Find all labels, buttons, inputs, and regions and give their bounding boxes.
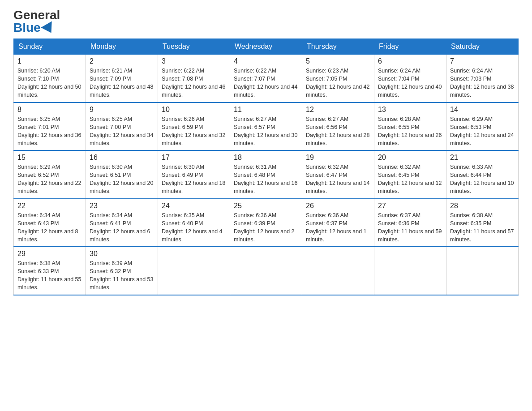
weekday-header-thursday: Thursday xyxy=(302,39,374,55)
day-number: 8 xyxy=(17,106,82,114)
calendar-cell xyxy=(374,247,446,295)
day-number: 5 xyxy=(306,57,370,65)
day-number: 16 xyxy=(90,154,154,162)
page-header: General Blue xyxy=(13,9,519,34)
calendar-cell xyxy=(158,247,230,295)
calendar-week-3: 15 Sunrise: 6:29 AMSunset: 6:52 PMDaylig… xyxy=(14,150,519,199)
day-info: Sunrise: 6:24 AMSunset: 7:03 PMDaylight:… xyxy=(450,67,515,99)
day-number: 17 xyxy=(162,154,226,162)
day-info: Sunrise: 6:32 AMSunset: 6:47 PMDaylight:… xyxy=(306,163,370,196)
day-number: 23 xyxy=(90,202,154,210)
day-info: Sunrise: 6:27 AMSunset: 6:56 PMDaylight:… xyxy=(306,115,370,148)
calendar-cell: 12 Sunrise: 6:27 AMSunset: 6:56 PMDaylig… xyxy=(302,103,374,151)
day-number: 14 xyxy=(450,106,515,114)
day-info: Sunrise: 6:38 AMSunset: 6:35 PMDaylight:… xyxy=(450,211,515,244)
calendar-cell: 26 Sunrise: 6:36 AMSunset: 6:37 PMDaylig… xyxy=(302,199,374,247)
calendar-cell: 3 Sunrise: 6:22 AMSunset: 7:08 PMDayligh… xyxy=(158,55,230,103)
calendar-week-1: 1 Sunrise: 6:20 AMSunset: 7:10 PMDayligh… xyxy=(14,55,519,103)
calendar-cell: 23 Sunrise: 6:34 AMSunset: 6:41 PMDaylig… xyxy=(86,199,158,247)
day-info: Sunrise: 6:36 AMSunset: 6:39 PMDaylight:… xyxy=(234,211,298,244)
day-number: 12 xyxy=(306,106,370,114)
day-info: Sunrise: 6:27 AMSunset: 6:57 PMDaylight:… xyxy=(234,115,298,148)
day-number: 29 xyxy=(17,250,82,258)
calendar-cell: 8 Sunrise: 6:25 AMSunset: 7:01 PMDayligh… xyxy=(14,103,86,151)
weekday-header-monday: Monday xyxy=(86,39,158,55)
day-number: 13 xyxy=(378,106,442,114)
day-number: 10 xyxy=(162,106,226,114)
day-info: Sunrise: 6:37 AMSunset: 6:36 PMDaylight:… xyxy=(378,211,442,244)
calendar-cell: 13 Sunrise: 6:28 AMSunset: 6:55 PMDaylig… xyxy=(374,103,446,151)
day-number: 11 xyxy=(234,106,298,114)
calendar-week-5: 29 Sunrise: 6:38 AMSunset: 6:33 PMDaylig… xyxy=(14,247,519,295)
day-number: 20 xyxy=(378,154,442,162)
calendar-week-4: 22 Sunrise: 6:34 AMSunset: 6:43 PMDaylig… xyxy=(14,199,519,247)
day-info: Sunrise: 6:22 AMSunset: 7:07 PMDaylight:… xyxy=(234,67,298,99)
calendar-cell: 4 Sunrise: 6:22 AMSunset: 7:07 PMDayligh… xyxy=(230,55,302,103)
calendar-cell: 16 Sunrise: 6:30 AMSunset: 6:51 PMDaylig… xyxy=(86,150,158,199)
calendar-cell: 24 Sunrise: 6:35 AMSunset: 6:40 PMDaylig… xyxy=(158,199,230,247)
calendar-cell: 25 Sunrise: 6:36 AMSunset: 6:39 PMDaylig… xyxy=(230,199,302,247)
calendar-cell: 11 Sunrise: 6:27 AMSunset: 6:57 PMDaylig… xyxy=(230,103,302,151)
weekday-header-tuesday: Tuesday xyxy=(158,39,230,55)
day-number: 21 xyxy=(450,154,515,162)
day-info: Sunrise: 6:24 AMSunset: 7:04 PMDaylight:… xyxy=(378,67,442,99)
day-info: Sunrise: 6:25 AMSunset: 7:00 PMDaylight:… xyxy=(90,115,154,148)
weekday-header-friday: Friday xyxy=(374,39,446,55)
calendar-week-2: 8 Sunrise: 6:25 AMSunset: 7:01 PMDayligh… xyxy=(14,103,519,151)
day-info: Sunrise: 6:25 AMSunset: 7:01 PMDaylight:… xyxy=(17,115,82,148)
day-info: Sunrise: 6:34 AMSunset: 6:43 PMDaylight:… xyxy=(17,211,82,244)
day-number: 22 xyxy=(17,202,82,210)
day-info: Sunrise: 6:29 AMSunset: 6:53 PMDaylight:… xyxy=(450,115,515,148)
calendar-cell: 19 Sunrise: 6:32 AMSunset: 6:47 PMDaylig… xyxy=(302,150,374,199)
day-info: Sunrise: 6:29 AMSunset: 6:52 PMDaylight:… xyxy=(17,163,82,196)
day-info: Sunrise: 6:31 AMSunset: 6:48 PMDaylight:… xyxy=(234,163,298,196)
calendar-table: SundayMondayTuesdayWednesdayThursdayFrid… xyxy=(13,39,519,295)
weekday-header-row: SundayMondayTuesdayWednesdayThursdayFrid… xyxy=(14,39,519,55)
day-info: Sunrise: 6:36 AMSunset: 6:37 PMDaylight:… xyxy=(306,211,370,244)
day-info: Sunrise: 6:35 AMSunset: 6:40 PMDaylight:… xyxy=(162,211,226,244)
day-info: Sunrise: 6:26 AMSunset: 6:59 PMDaylight:… xyxy=(162,115,226,148)
calendar-cell: 14 Sunrise: 6:29 AMSunset: 6:53 PMDaylig… xyxy=(446,103,519,151)
calendar-cell: 2 Sunrise: 6:21 AMSunset: 7:09 PMDayligh… xyxy=(86,55,158,103)
day-info: Sunrise: 6:39 AMSunset: 6:32 PMDaylight:… xyxy=(90,259,154,292)
day-info: Sunrise: 6:30 AMSunset: 6:49 PMDaylight:… xyxy=(162,163,226,196)
calendar-cell xyxy=(230,247,302,295)
day-info: Sunrise: 6:20 AMSunset: 7:10 PMDaylight:… xyxy=(17,67,82,99)
calendar-cell: 10 Sunrise: 6:26 AMSunset: 6:59 PMDaylig… xyxy=(158,103,230,151)
day-number: 4 xyxy=(234,57,298,65)
day-info: Sunrise: 6:34 AMSunset: 6:41 PMDaylight:… xyxy=(90,211,154,244)
day-info: Sunrise: 6:21 AMSunset: 7:09 PMDaylight:… xyxy=(90,67,154,99)
calendar-cell: 18 Sunrise: 6:31 AMSunset: 6:48 PMDaylig… xyxy=(230,150,302,199)
day-number: 19 xyxy=(306,154,370,162)
day-info: Sunrise: 6:32 AMSunset: 6:45 PMDaylight:… xyxy=(378,163,442,196)
calendar-cell: 6 Sunrise: 6:24 AMSunset: 7:04 PMDayligh… xyxy=(374,55,446,103)
weekday-header-sunday: Sunday xyxy=(14,39,86,55)
day-number: 9 xyxy=(90,106,154,114)
day-number: 2 xyxy=(90,57,154,65)
day-info: Sunrise: 6:28 AMSunset: 6:55 PMDaylight:… xyxy=(378,115,442,148)
calendar-cell: 7 Sunrise: 6:24 AMSunset: 7:03 PMDayligh… xyxy=(446,55,519,103)
day-number: 26 xyxy=(306,202,370,210)
calendar-cell: 29 Sunrise: 6:38 AMSunset: 6:33 PMDaylig… xyxy=(14,247,86,295)
calendar-cell: 9 Sunrise: 6:25 AMSunset: 7:00 PMDayligh… xyxy=(86,103,158,151)
calendar-cell: 28 Sunrise: 6:38 AMSunset: 6:35 PMDaylig… xyxy=(446,199,519,247)
day-number: 18 xyxy=(234,154,298,162)
calendar-cell: 5 Sunrise: 6:23 AMSunset: 7:05 PMDayligh… xyxy=(302,55,374,103)
logo-triangle-icon xyxy=(41,21,56,36)
day-number: 3 xyxy=(162,57,226,65)
day-number: 6 xyxy=(378,57,442,65)
day-number: 15 xyxy=(17,154,82,162)
logo: General Blue xyxy=(13,9,60,34)
day-number: 25 xyxy=(234,202,298,210)
day-number: 27 xyxy=(378,202,442,210)
day-info: Sunrise: 6:23 AMSunset: 7:05 PMDaylight:… xyxy=(306,67,370,99)
day-number: 30 xyxy=(90,250,154,258)
calendar-cell: 15 Sunrise: 6:29 AMSunset: 6:52 PMDaylig… xyxy=(14,150,86,199)
calendar-cell: 22 Sunrise: 6:34 AMSunset: 6:43 PMDaylig… xyxy=(14,199,86,247)
day-number: 24 xyxy=(162,202,226,210)
day-info: Sunrise: 6:30 AMSunset: 6:51 PMDaylight:… xyxy=(90,163,154,196)
calendar-cell: 17 Sunrise: 6:30 AMSunset: 6:49 PMDaylig… xyxy=(158,150,230,199)
day-info: Sunrise: 6:33 AMSunset: 6:44 PMDaylight:… xyxy=(450,163,515,196)
calendar-cell xyxy=(446,247,519,295)
day-info: Sunrise: 6:38 AMSunset: 6:33 PMDaylight:… xyxy=(17,259,82,292)
